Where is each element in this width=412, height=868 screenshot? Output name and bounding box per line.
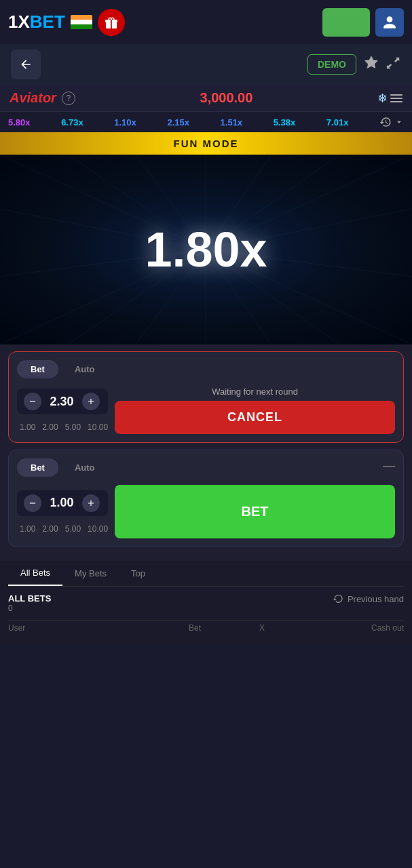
bet-tabs-2: Bet Auto	[17, 458, 109, 477]
col-bet-header: Bet	[157, 623, 232, 633]
snowflake-icon: ❄	[377, 91, 388, 106]
bet-row-1: 2.30 1.00 2.00 5.00 10.00 Waiting for ne…	[17, 387, 395, 434]
amount-decrease-2[interactable]	[24, 494, 41, 512]
bet-button[interactable]: BET	[115, 485, 395, 538]
mult-item-0[interactable]: 5.80x	[8, 117, 31, 127]
cancel-button[interactable]: CANCEL	[115, 401, 395, 434]
bets-tab-top[interactable]: Top	[119, 561, 157, 586]
mult-item-4[interactable]: 1.51x	[221, 117, 243, 127]
amount-decrease-1[interactable]	[24, 393, 41, 410]
all-bets-header: ALL BETS 0 Previous hand	[8, 593, 404, 613]
bets-tab-my[interactable]: My Bets	[62, 561, 119, 586]
quick2-2-00[interactable]: 2.00	[42, 524, 58, 534]
mult-item-5[interactable]: 5.38x	[274, 117, 296, 127]
balance-display: 3,000.00	[200, 90, 253, 106]
bet-tab-1-bet[interactable]: Bet	[17, 360, 58, 378]
menu-icon	[390, 94, 402, 102]
quick-amounts-2: 1.00 2.00 5.00 10.00	[17, 524, 108, 534]
bet-tab-2-auto[interactable]: Auto	[61, 458, 109, 477]
waiting-text: Waiting for next round	[115, 387, 395, 397]
quick-amounts-1: 1.00 2.00 5.00 10.00	[17, 422, 108, 432]
amount-value-1: 2.30	[48, 395, 75, 409]
quick2-5-00[interactable]: 5.00	[65, 524, 81, 534]
bets-tab-all[interactable]: All Bets	[8, 561, 62, 586]
bets-section: All Bets My Bets Top ALL BETS 0 Previous…	[0, 561, 412, 644]
history-button[interactable]	[379, 116, 404, 128]
second-nav: DEMO	[0, 44, 412, 85]
demo-button[interactable]: DEMO	[307, 54, 356, 75]
quick-5-00[interactable]: 5.00	[65, 422, 81, 432]
mult-item-3[interactable]: 2.15x	[167, 117, 189, 127]
top-nav-right	[322, 8, 404, 37]
bet-tab-2-bet[interactable]: Bet	[17, 458, 58, 477]
all-bets-count: 0	[8, 604, 51, 613]
gift-icon[interactable]	[98, 9, 125, 36]
amount-control-1: 2.30	[17, 389, 108, 414]
amount-increase-2[interactable]	[82, 494, 100, 512]
all-bets-title: ALL BETS	[8, 593, 51, 604]
bet-tabs-1: Bet Auto	[17, 360, 395, 378]
user-button[interactable]	[375, 8, 404, 37]
all-bets-info: ALL BETS 0	[8, 593, 51, 613]
aviator-brand: Aviator ?	[10, 90, 75, 106]
fun-mode-banner: FUN MODE	[0, 132, 412, 155]
quick-1-00[interactable]: 1.00	[20, 422, 35, 432]
mult-item-6[interactable]: 7.01x	[326, 117, 349, 127]
aviator-title: Aviator	[10, 90, 56, 106]
deposit-button[interactable]	[322, 8, 370, 37]
bet-panels: Bet Auto 2.30 1.00 2.00 5.00 1	[0, 344, 412, 561]
quick2-10-00[interactable]: 10.00	[88, 524, 108, 534]
bet-panel-1: Bet Auto 2.30 1.00 2.00 5.00 1	[8, 351, 404, 443]
bet-panel-2: Bet Auto — 1.00 1.00 2.00	[8, 450, 404, 547]
logo: 1XBET	[8, 12, 65, 33]
bet-row-2: 1.00 1.00 2.00 5.00 10.00 BET	[17, 485, 395, 538]
prev-hand-button[interactable]: Previous hand	[333, 593, 404, 604]
mult-item-2[interactable]: 1.10x	[114, 117, 136, 127]
quick-2-00[interactable]: 2.00	[42, 422, 58, 432]
expand-button[interactable]	[386, 56, 401, 74]
game-display: 1.80x	[0, 155, 412, 344]
amount-value-2: 1.00	[48, 496, 75, 510]
amount-increase-1[interactable]	[82, 393, 100, 410]
quick2-1-00[interactable]: 1.00	[20, 524, 35, 534]
multiplier-display: 1.80x	[145, 222, 267, 277]
bets-tabs: All Bets My Bets Top	[8, 561, 404, 587]
bet-right-1: Waiting for next round CANCEL	[115, 387, 395, 434]
logo-area: 1XBET	[8, 9, 125, 36]
panel-collapse-button[interactable]: —	[383, 458, 395, 473]
col-user-header: User	[8, 623, 157, 633]
mult-item-1[interactable]: 6.73x	[61, 117, 83, 127]
col-cashout-header: Cash out	[292, 623, 404, 633]
second-nav-right: DEMO	[307, 54, 401, 75]
col-x-header: X	[232, 623, 292, 633]
quick-10-00[interactable]: 10.00	[88, 422, 108, 432]
help-icon[interactable]: ?	[62, 92, 75, 105]
settings-button[interactable]: ❄	[377, 91, 402, 106]
india-flag	[71, 15, 92, 30]
aviator-header: Aviator ? 3,000.00 ❄	[0, 85, 412, 112]
bet-tab-1-auto[interactable]: Auto	[61, 360, 109, 378]
prev-hand-label: Previous hand	[348, 594, 404, 604]
back-button[interactable]	[11, 50, 41, 79]
multiplier-strip: 5.80x 6.73x 1.10x 2.15x 1.51x 5.38x 7.01…	[0, 112, 412, 132]
amount-control-2: 1.00	[17, 490, 108, 516]
favorite-button[interactable]	[363, 54, 379, 75]
table-header: User Bet X Cash out	[8, 620, 404, 635]
top-nav: 1XBET	[0, 0, 412, 44]
bet-right-2: BET	[115, 485, 395, 538]
